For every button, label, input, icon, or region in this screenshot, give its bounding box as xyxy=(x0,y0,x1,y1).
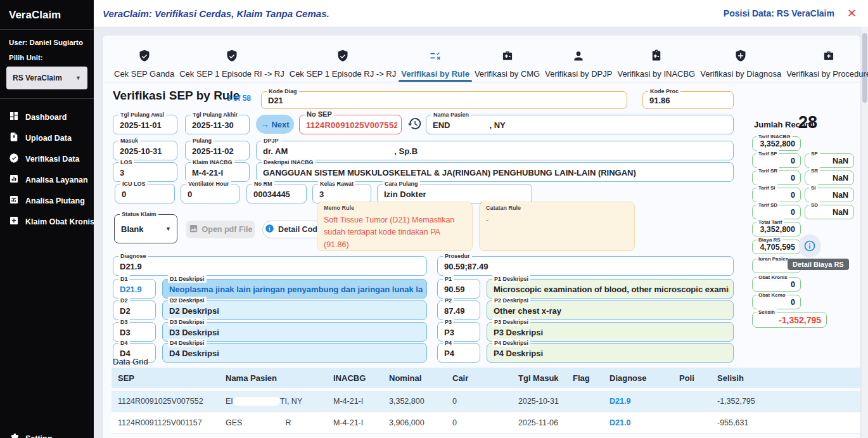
sidebar-item-dashboard[interactable]: Dashboard xyxy=(0,106,94,127)
memo-rule-text: Soft Tissue Tumor (D21) Memastikan sudah… xyxy=(324,214,467,251)
field-value: 0 xyxy=(756,174,795,183)
tgl-pulang-akhir-field[interactable]: Tgl Pulang Akhir 2025-11-30 xyxy=(185,115,250,134)
klaim-inacbg-field[interactable]: Klaim INACBG M-4-21-I xyxy=(185,162,250,182)
cell-diagnose-link[interactable]: D21.0 xyxy=(610,418,630,427)
shield-check-icon xyxy=(336,49,349,65)
p1-code-field[interactable]: P1 90.59 xyxy=(437,279,480,299)
dpjp-field[interactable]: DPJP dr. AM, Sp.B xyxy=(256,141,734,160)
sidebar-item-setting[interactable]: Setting xyxy=(9,432,52,438)
table-row[interactable]: 1124R0091025V007552 EITI, NY M-4-21-I 3,… xyxy=(112,391,860,412)
sidebar-item-label: Dashboard xyxy=(25,113,67,122)
cell-selisih: -1,352,795 xyxy=(717,397,755,406)
tab-verifikasi-by-cmg[interactable]: Verifikasi by CMG xyxy=(472,43,542,82)
sidebar-item-analisa-piutang[interactable]: Analisa Piutang xyxy=(0,190,94,211)
sidebar-item-analisa-layanan[interactable]: Analisa Layanan xyxy=(0,169,94,190)
field-value: 90.59;87.49 xyxy=(444,261,729,271)
field-value: 0 xyxy=(756,280,795,289)
field-value: Neoplasma jinak lain jaringan penyambung… xyxy=(169,284,423,293)
close-icon[interactable]: ✕ xyxy=(847,8,857,19)
p4-code-field[interactable]: P4 P4 xyxy=(437,343,480,363)
field-value: 2025-10-31 xyxy=(120,146,173,155)
selisih-field: Selisih -1,352,795 xyxy=(752,312,827,328)
field-label: DPJP xyxy=(262,137,281,145)
p4-deskripsi-field[interactable]: P4 Deskripsi P4 Deskripsi xyxy=(487,343,734,363)
field-value: Other chest x-ray xyxy=(494,306,729,315)
ventilator-hour-field[interactable]: Ventilator Hour 0 xyxy=(181,184,239,203)
sidebar-item-verifikasi-data[interactable]: Verifikasi Data xyxy=(0,148,94,169)
tab-verifikasi-by-rule[interactable]: Verifikasi by Rule xyxy=(399,43,472,82)
no-sep-field[interactable]: No SEP 1124R0091025V007552 xyxy=(299,115,402,134)
field-value: 0 xyxy=(756,157,795,165)
shield-plus-icon xyxy=(734,49,747,65)
shield-check-icon xyxy=(226,49,238,65)
kelas-rawat-field[interactable]: Kelas Rawat 3 xyxy=(312,184,371,203)
kode-proc-field[interactable]: Kode Proc 91.86 xyxy=(642,91,734,109)
tgl-pulang-awal-field[interactable]: Tgl Pulang Awal 2025-11-01 xyxy=(113,115,177,134)
icu-los-field[interactable]: ICU LOS 0 xyxy=(115,184,175,203)
field-value: D3 xyxy=(120,327,151,337)
cell-diagnose-link[interactable]: D21.9 xyxy=(610,397,630,406)
field-label: P2 Deskripsi xyxy=(492,297,530,304)
masuk-field[interactable]: Masuk 2025-10-31 xyxy=(113,141,177,160)
d1-code-field[interactable]: D1 D21.9 xyxy=(113,279,156,299)
field-value: D3 Deskripsi xyxy=(169,327,423,337)
col-header-nominal: Nominal xyxy=(389,373,421,383)
deskripsi-inacbg-field[interactable]: Deskripsi INACBG GANGGUAN SISTEM MUSKULO… xyxy=(256,162,734,182)
field-label: ICU LOS xyxy=(120,180,148,188)
nama-pasien-field[interactable]: Nama Pasien END, NY xyxy=(426,115,734,134)
brand-logo: VeraClaim xyxy=(0,0,94,29)
pulang-field[interactable]: Pulang 2025-11-02 xyxy=(185,141,250,160)
field-value: D4 xyxy=(120,348,151,357)
tab-cek-sep-ganda[interactable]: Cek SEP Ganda xyxy=(112,43,177,82)
los-field[interactable]: LOS 3 xyxy=(113,162,177,182)
p1-deskripsi-field[interactable]: P1 Deskripsi Microscopic examination of … xyxy=(487,279,734,299)
sidebar-item-klaim-obat-kronis[interactable]: Klaim Obat Kronis xyxy=(0,211,94,232)
d4-deskripsi-field[interactable]: D4 Deskripsi D4 Deskripsi xyxy=(162,343,427,363)
table-header: SEP Nama Pasien INACBG Nominal Cair Tgl … xyxy=(112,368,860,388)
p2-deskripsi-field[interactable]: P2 Deskripsi Other chest x-ray xyxy=(487,300,734,320)
tab-verifikasi-by-dpjp[interactable]: Verifikasi by DPJP xyxy=(542,43,615,82)
vertical-scrollbar[interactable] xyxy=(862,27,868,438)
sidebar-item-label: Analisa Piutang xyxy=(25,196,85,205)
tab-verifikasi-by-procedure[interactable]: Verifikasi by Procedure xyxy=(784,43,868,82)
field-value: P3 Deskripsi xyxy=(494,327,729,337)
p2-code-field[interactable]: P2 87.49 xyxy=(437,300,480,320)
status-klaim-select[interactable]: Status Klaim Blank ▼ xyxy=(114,214,177,243)
detail-biaya-info-button[interactable] xyxy=(798,235,821,257)
chevron-down-icon: ▼ xyxy=(165,226,171,232)
tab-verifikasi-by-inacbg[interactable]: Verifikasi by INACBG xyxy=(615,43,698,82)
field-value: 3 xyxy=(120,167,173,177)
cell-cair: 0 xyxy=(452,397,457,406)
tab-cek-sep-1-episode-rj-rj[interactable]: Cek SEP 1 Episode RJ -> RJ xyxy=(287,43,399,82)
prosedur-field[interactable]: Prosedur 90.59;87.49 xyxy=(437,256,734,276)
field-label: Prosedur xyxy=(443,252,472,260)
field-label: Tgl Pulang Awal xyxy=(118,111,166,119)
detail-code-button[interactable]: Detail Code xyxy=(262,221,324,238)
tarif-si-field: Tarif SI 0 xyxy=(752,188,801,202)
diagnose-field[interactable]: Diagnose D21.9 xyxy=(113,256,427,276)
unit-select[interactable]: RS VeraClaim ▼ xyxy=(6,67,87,89)
d1-deskripsi-field[interactable]: D1 Deskripsi Neoplasma jinak lain jaring… xyxy=(162,279,427,299)
d2-deskripsi-field[interactable]: D2 Deskripsi D2 Deskripsi xyxy=(162,300,427,320)
field-label: Ventilator Hour xyxy=(186,180,231,188)
d2-code-field[interactable]: D2 D2 xyxy=(113,300,156,320)
history-icon[interactable] xyxy=(407,116,422,131)
table-row[interactable]: 1124R0091125V001157 GESR M-4-21-I 3,906,… xyxy=(112,413,860,434)
field-value: 0 xyxy=(756,191,795,200)
field-value: GANGGUAN SISTEM MUSKULOSKELETAL & JA(RIN… xyxy=(263,167,729,177)
cara-pulang-field[interactable]: Cara Pulang Izin Dokter xyxy=(377,184,532,203)
cell-cair: 0 xyxy=(452,418,457,427)
no-rm-field[interactable]: No RM 00034445 xyxy=(246,184,307,203)
col-header-inacbg: INACBG xyxy=(333,373,366,383)
field-value: P3 xyxy=(444,327,476,337)
tab-cek-sep-1-episode-ri-rj[interactable]: Cek SEP 1 Episode RI -> RJ xyxy=(177,43,287,82)
sidebar-item-upload-data[interactable]: Upload Data xyxy=(0,127,94,148)
arrow-right-icon: → xyxy=(260,120,269,129)
tab-verifikasi-by-diagnosa[interactable]: Verifikasi by Diagnosa xyxy=(698,43,784,82)
next-button[interactable]: → Next xyxy=(256,115,294,134)
open-pdf-button[interactable]: Open pdf File xyxy=(186,221,255,238)
tab-label: Verifikasi by Diagnosa xyxy=(700,69,781,79)
field-label: P1 Deskripsi xyxy=(492,275,530,283)
kode-diag-field[interactable]: Kode Diag D21 xyxy=(261,91,627,109)
field-value: 2025-11-30 xyxy=(192,120,245,129)
